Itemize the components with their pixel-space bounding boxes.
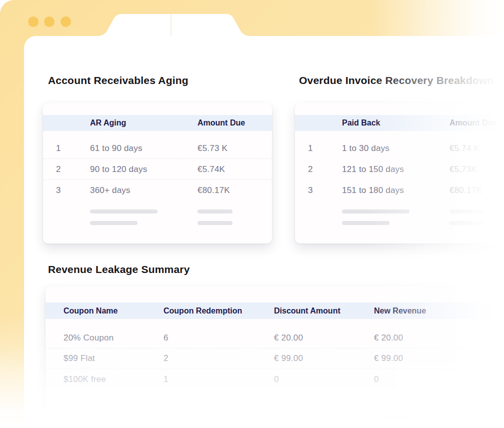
new-revenue: € 20.00 xyxy=(374,333,504,343)
table-row: 2 90 to 120 days €5.74K xyxy=(43,159,272,180)
coupon-name: $100K free xyxy=(46,374,130,384)
coupon-redemption: 6 xyxy=(164,333,274,343)
revenue-leakage-header-row: Coupon Name Coupon Redemption Discount A… xyxy=(46,302,504,319)
coupon-redemption: 1 xyxy=(164,374,274,384)
window-control-dot[interactable] xyxy=(60,16,71,27)
row-index: 2 xyxy=(43,164,90,174)
tab-shape xyxy=(96,14,251,36)
aging-bucket: 61 to 90 days xyxy=(90,144,198,154)
paid-back-bucket: 151 to 180 days xyxy=(342,186,450,196)
paid-back-bucket: 121 to 150 days xyxy=(342,164,450,174)
row-index: 1 xyxy=(295,144,342,154)
table-row: 3 151 to 180 days €80.17K xyxy=(295,180,504,201)
amount-due: €80.17K xyxy=(450,186,504,196)
table-row: 2 121 to 150 days €5,73K xyxy=(295,159,504,180)
ar-aging-card: AR Aging Amount Due 1 61 to 90 days €5.7… xyxy=(43,103,272,244)
amount-due: €5.74K xyxy=(198,164,272,174)
table-row: 1 1 to 30 days €5.74 K xyxy=(295,131,504,159)
discount-amount: 0 xyxy=(274,374,374,384)
discount-amount: € 99.00 xyxy=(274,354,374,364)
amount-due: €80.17K xyxy=(198,186,272,196)
revenue-leakage-card: Coupon Name Coupon Redemption Discount A… xyxy=(46,286,504,418)
skeleton-bar xyxy=(198,221,232,225)
skeleton-bar xyxy=(450,221,484,225)
column-header: Amount Due xyxy=(198,118,272,128)
window-control-dot[interactable] xyxy=(44,16,54,27)
coupon-name: 20% Coupon xyxy=(46,333,130,343)
row-index: 2 xyxy=(295,164,342,174)
overdue-recovery-header-row: Paid Back Amount Due xyxy=(295,115,504,131)
column-header: AR Aging xyxy=(90,118,198,128)
window-control-dot[interactable] xyxy=(28,16,38,27)
new-revenue: 0 xyxy=(374,374,504,384)
row-index: 3 xyxy=(43,186,90,196)
row-index: 1 xyxy=(43,144,90,154)
section-title-overdue-recovery: Overdue Invoice Recovery Breakdown xyxy=(299,74,494,86)
skeleton-bar xyxy=(198,210,232,214)
coupon-name: $99 Flat xyxy=(46,354,130,364)
skeleton-bar xyxy=(450,210,484,214)
table-row: 3 360+ days €80.17K xyxy=(43,180,272,201)
loading-skeleton xyxy=(295,210,504,225)
new-revenue: € 99.00 xyxy=(374,354,504,364)
coupon-redemption: 2 xyxy=(164,354,274,364)
amount-due: €5,73K xyxy=(450,164,504,174)
browser-tab[interactable] xyxy=(0,0,504,36)
ar-aging-header-row: AR Aging Amount Due xyxy=(43,115,272,131)
column-header: Amount Due xyxy=(450,118,504,128)
table-row: 1 61 to 90 days €5.73 K xyxy=(43,131,272,159)
column-header: New Revenue xyxy=(374,306,504,316)
overdue-recovery-card: Paid Back Amount Due 1 1 to 30 days €5.7… xyxy=(295,103,504,244)
amount-due: €5.74 K xyxy=(450,144,504,154)
table-row: 20% Coupon 6 € 20.00 € 20.00 xyxy=(46,319,504,348)
column-header: Coupon Redemption xyxy=(164,306,274,316)
column-header: Discount Amount xyxy=(274,306,374,316)
aging-bucket: 360+ days xyxy=(90,186,198,196)
skeleton-bar xyxy=(90,221,138,225)
section-title-ar-aging: Account Receivables Aging xyxy=(48,74,188,86)
row-index: 3 xyxy=(295,186,342,196)
table-row: $99 Flat 2 € 99.00 € 99.00 xyxy=(46,348,504,369)
skeleton-bar xyxy=(342,210,410,214)
dashboard-illustration: Account Receivables Aging Overdue Invoic… xyxy=(0,0,504,428)
section-title-revenue-leakage: Revenue Leakage Summary xyxy=(48,264,190,276)
loading-skeleton xyxy=(43,210,272,225)
skeleton-bar xyxy=(342,221,390,225)
discount-amount: € 20.00 xyxy=(274,333,374,343)
paid-back-bucket: 1 to 30 days xyxy=(342,144,450,154)
column-header: Coupon Name xyxy=(46,306,130,316)
column-header: Paid Back xyxy=(342,118,450,128)
skeleton-bar xyxy=(90,210,158,214)
amount-due: €5.73 K xyxy=(198,144,272,154)
aging-bucket: 90 to 120 days xyxy=(90,164,198,174)
table-row: $100K free 1 0 0 xyxy=(46,369,504,390)
